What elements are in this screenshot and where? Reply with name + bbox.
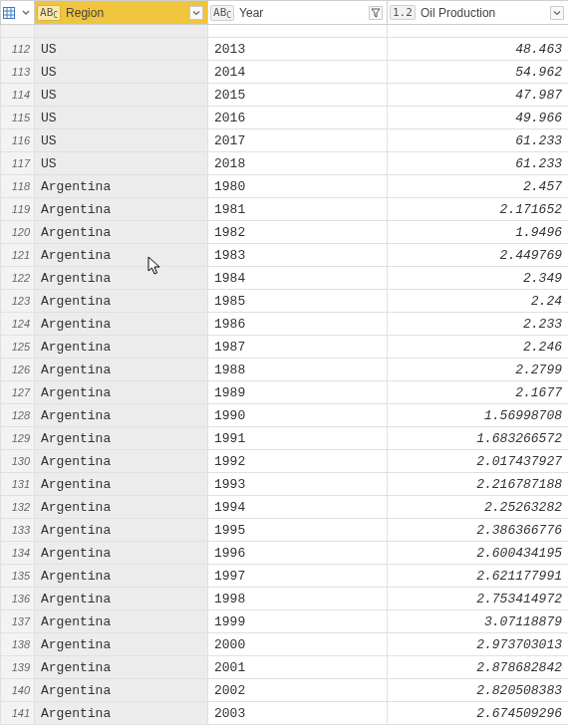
table-row[interactable]: 141Argentina20032.674509296 xyxy=(1,702,569,725)
year-cell[interactable]: 1984 xyxy=(208,267,388,290)
region-cell[interactable]: Argentina xyxy=(35,450,208,473)
region-cell[interactable]: Argentina xyxy=(35,565,208,588)
region-cell[interactable]: Argentina xyxy=(35,702,208,725)
year-cell[interactable]: 1999 xyxy=(208,610,388,633)
year-cell[interactable]: 2014 xyxy=(208,61,388,84)
oil-cell[interactable]: 2.1677 xyxy=(388,381,569,404)
table-row[interactable]: 134Argentina19962.600434195 xyxy=(1,542,569,565)
region-cell[interactable]: Argentina xyxy=(35,290,208,313)
region-cell[interactable]: US xyxy=(35,129,208,152)
table-row[interactable]: 129Argentina19911.683266572 xyxy=(1,427,569,450)
oil-cell[interactable]: 2.216787188 xyxy=(388,473,569,496)
year-cell[interactable]: 2015 xyxy=(208,84,388,107)
table-row[interactable]: 140Argentina20022.820508383 xyxy=(1,679,569,702)
oil-cell[interactable]: 2.878682842 xyxy=(388,656,569,679)
column-header-year[interactable]: ABC Year xyxy=(208,1,388,25)
year-cell[interactable]: 2018 xyxy=(208,152,388,175)
region-cell[interactable]: Argentina xyxy=(35,198,208,221)
oil-cell[interactable]: 2.973703013 xyxy=(388,633,569,656)
oil-cell[interactable]: 2.246 xyxy=(388,336,569,359)
oil-cell[interactable]: 2.457 xyxy=(388,175,569,198)
column-filter-button[interactable] xyxy=(369,6,383,20)
region-cell[interactable]: Argentina xyxy=(35,381,208,404)
year-cell[interactable]: 1990 xyxy=(208,404,388,427)
oil-cell[interactable]: 54.962 xyxy=(388,61,569,84)
year-cell[interactable]: 1988 xyxy=(208,359,388,381)
year-cell[interactable]: 1989 xyxy=(208,381,388,404)
region-cell[interactable]: Argentina xyxy=(35,267,208,290)
year-cell[interactable]: 2001 xyxy=(208,656,388,679)
oil-cell[interactable]: 2.449769 xyxy=(388,244,569,267)
oil-cell[interactable]: 2.25263282 xyxy=(388,496,569,519)
year-cell[interactable]: 1993 xyxy=(208,473,388,496)
table-row[interactable]: 119Argentina19812.171652 xyxy=(1,198,569,221)
table-row[interactable]: 121Argentina19832.449769 xyxy=(1,244,569,267)
table-row[interactable]: 127Argentina19892.1677 xyxy=(1,381,569,404)
region-cell[interactable]: US xyxy=(35,84,208,107)
oil-cell[interactable]: 2.820508383 xyxy=(388,679,569,702)
year-cell[interactable]: 1987 xyxy=(208,336,388,359)
column-dropdown-button[interactable] xyxy=(550,6,564,20)
table-row[interactable]: 115US201649.966 xyxy=(1,107,569,129)
region-cell[interactable]: Argentina xyxy=(35,427,208,450)
year-cell[interactable]: 2017 xyxy=(208,129,388,152)
year-cell[interactable]: 2003 xyxy=(208,702,388,725)
region-cell[interactable]: Argentina xyxy=(35,542,208,565)
table-row[interactable]: 135Argentina19972.621177991 xyxy=(1,565,569,588)
region-cell[interactable]: US xyxy=(35,38,208,61)
region-cell[interactable]: Argentina xyxy=(35,679,208,702)
table-row[interactable]: 112US201348.463 xyxy=(1,38,569,61)
region-cell[interactable]: US xyxy=(35,152,208,175)
oil-cell[interactable]: 2.674509296 xyxy=(388,702,569,725)
region-cell[interactable]: Argentina xyxy=(35,175,208,198)
table-row[interactable]: 124Argentina19862.233 xyxy=(1,313,569,336)
column-header-oil[interactable]: 1.2 Oil Production xyxy=(388,1,569,25)
year-cell[interactable]: 1996 xyxy=(208,542,388,565)
oil-cell[interactable]: 1.9496 xyxy=(388,221,569,244)
column-dropdown-button[interactable] xyxy=(189,6,203,20)
oil-cell[interactable]: 2.600434195 xyxy=(388,542,569,565)
region-cell[interactable]: Argentina xyxy=(35,244,208,267)
year-cell[interactable]: 1998 xyxy=(208,588,388,610)
oil-cell[interactable]: 1.56998708 xyxy=(388,404,569,427)
table-row[interactable]: 125Argentina19872.246 xyxy=(1,336,569,359)
oil-cell[interactable]: 2.621177991 xyxy=(388,565,569,588)
oil-cell[interactable]: 49.966 xyxy=(388,107,569,129)
year-cell[interactable]: 1983 xyxy=(208,244,388,267)
table-row[interactable]: 128Argentina19901.56998708 xyxy=(1,404,569,427)
oil-cell[interactable]: 61.233 xyxy=(388,152,569,175)
year-cell[interactable]: 2016 xyxy=(208,107,388,129)
table-row[interactable]: 139Argentina20012.878682842 xyxy=(1,656,569,679)
table-row[interactable]: 117US201861.233 xyxy=(1,152,569,175)
region-cell[interactable]: Argentina xyxy=(35,313,208,336)
table-row[interactable]: 123Argentina19852.24 xyxy=(1,290,569,313)
oil-cell[interactable]: 2.386366776 xyxy=(388,519,569,542)
oil-cell[interactable]: 47.987 xyxy=(388,84,569,107)
table-row[interactable]: 120Argentina19821.9496 xyxy=(1,221,569,244)
oil-cell[interactable]: 3.07118879 xyxy=(388,610,569,633)
oil-cell[interactable]: 2.017437927 xyxy=(388,450,569,473)
year-cell[interactable]: 1986 xyxy=(208,313,388,336)
table-row[interactable]: 118Argentina19802.457 xyxy=(1,175,569,198)
oil-cell[interactable]: 2.233 xyxy=(388,313,569,336)
region-cell[interactable]: US xyxy=(35,107,208,129)
oil-cell[interactable]: 2.171652 xyxy=(388,198,569,221)
year-cell[interactable]: 1991 xyxy=(208,427,388,450)
table-row[interactable]: 132Argentina19942.25263282 xyxy=(1,496,569,519)
region-cell[interactable]: Argentina xyxy=(35,473,208,496)
region-cell[interactable]: Argentina xyxy=(35,404,208,427)
table-row[interactable]: 114US201547.987 xyxy=(1,84,569,107)
table-row[interactable]: 138Argentina20002.973703013 xyxy=(1,633,569,656)
oil-cell[interactable]: 2.24 xyxy=(388,290,569,313)
oil-cell[interactable]: 2.349 xyxy=(388,267,569,290)
table-row[interactable]: 131Argentina19932.216787188 xyxy=(1,473,569,496)
year-cell[interactable]: 1985 xyxy=(208,290,388,313)
region-cell[interactable]: Argentina xyxy=(35,588,208,610)
oil-cell[interactable]: 2.753414972 xyxy=(388,588,569,610)
table-row[interactable]: 133Argentina19952.386366776 xyxy=(1,519,569,542)
oil-cell[interactable]: 48.463 xyxy=(388,38,569,61)
region-cell[interactable]: Argentina xyxy=(35,221,208,244)
region-cell[interactable]: Argentina xyxy=(35,359,208,381)
year-cell[interactable]: 1980 xyxy=(208,175,388,198)
oil-cell[interactable]: 61.233 xyxy=(388,129,569,152)
